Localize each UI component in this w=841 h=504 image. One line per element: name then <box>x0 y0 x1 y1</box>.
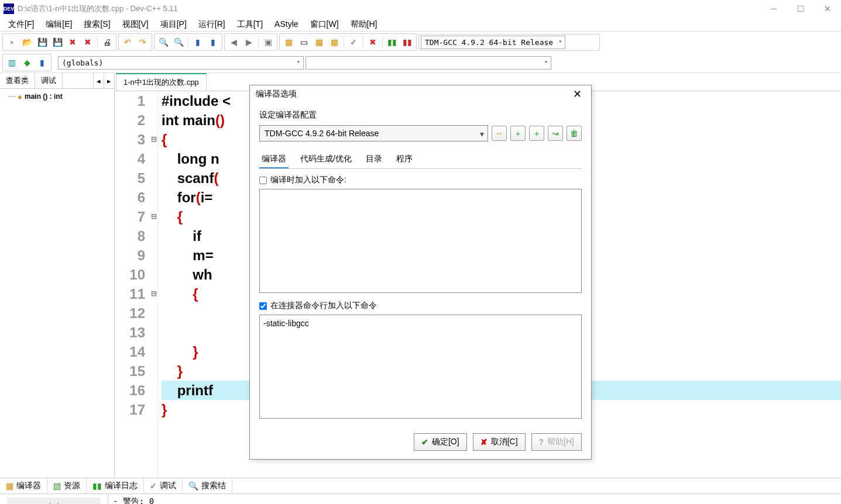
line-gutter: 1234567891011121314151617 <box>115 91 150 478</box>
menu-search[interactable]: 搜索[S] <box>78 18 116 31</box>
back-icon[interactable]: ◀ <box>226 35 241 49</box>
members-select[interactable] <box>305 56 551 70</box>
globals-select[interactable]: (globals) <box>58 56 304 70</box>
forward-icon[interactable]: ▶ <box>242 35 256 49</box>
profile-icon[interactable]: ▮▮ <box>385 35 399 49</box>
file-tab-active[interactable]: 1-n中1出现的次数.cpp <box>116 73 207 91</box>
bottom-tab-compiler[interactable]: ▦编译器 <box>0 478 47 493</box>
x-icon: ✘ <box>480 437 488 447</box>
redo-icon[interactable]: ↷ <box>136 35 150 49</box>
debug-icon[interactable]: ✓ <box>346 35 361 49</box>
toolbar-main: ▫ 📂 💾 💾 ✖ ✖ 🖨 ↶ ↷ 🔍 🔍 ▮ ▮ ◀ ▶ ▣ ▦ ▭ ▦ ▦ … <box>0 32 841 53</box>
menu-help[interactable]: 帮助[H] <box>345 18 383 31</box>
bottom-panel: ▦编译器 ▧资源 ▮▮编译日志 ✓调试 🔍搜索结 中止 - 警告: 0 - 输出… <box>0 478 841 504</box>
menu-file[interactable]: 文件[F] <box>2 18 40 31</box>
compile-icon[interactable]: ▦ <box>282 35 296 49</box>
compiler-options-dialog: 编译器选项 ✕ 设定编译器配置 TDM-GCC 4.9.2 64-bit Rel… <box>249 85 592 460</box>
close-file-icon[interactable]: ✖ <box>66 35 80 49</box>
tree-item-label: main () : int <box>25 92 63 101</box>
left-tabs: 查看类 调试 ◂ ▸ <box>0 73 114 89</box>
rename-config-icon[interactable]: ↔ <box>492 126 507 141</box>
linker-commands-label: 在连接器命令行加入以下命令 <box>270 301 377 311</box>
tab-scroll-right-icon[interactable]: ▸ <box>104 73 114 88</box>
compiler-select[interactable]: TDM-GCC 4.9.2 64-bit Release <box>421 36 565 49</box>
toggle-icon[interactable]: ▮ <box>35 56 49 70</box>
toolbar-secondary: ▥ ◆ ▮ (globals) <box>0 53 841 73</box>
compile-commands-checkbox[interactable] <box>259 177 267 184</box>
linker-commands-textarea[interactable] <box>259 315 582 419</box>
dialog-tab-programs[interactable]: 程序 <box>394 151 415 168</box>
save-all-icon[interactable]: 💾 <box>50 35 64 49</box>
bottom-tab-search[interactable]: 🔍搜索结 <box>183 478 232 493</box>
delete-config-icon[interactable]: 🗑 <box>567 126 582 141</box>
close-button[interactable]: ✕ <box>814 0 841 18</box>
bookmark-icon[interactable]: ▣ <box>261 35 275 49</box>
dialog-ok-button[interactable]: ✔确定[O] <box>414 433 467 451</box>
search-icon: 🔍 <box>188 482 198 490</box>
titlebar: DEV D:\c语言\1-n中1出现的次数.cpp - Dev-C++ 5.11… <box>0 0 841 18</box>
maximize-button[interactable]: ☐ <box>787 0 814 18</box>
rebuild-icon[interactable]: ▦ <box>327 35 341 49</box>
linker-commands-check-row: 在连接器命令行加入以下命令 <box>259 301 582 311</box>
app-icon: DEV <box>4 4 14 14</box>
bars-icon: ▮▮ <box>92 482 102 490</box>
menu-tools[interactable]: 工具[T] <box>231 18 269 31</box>
dialog-tab-directories[interactable]: 目录 <box>363 151 385 168</box>
new-class-icon[interactable]: ▥ <box>5 56 19 70</box>
tree-item-main[interactable]: ⋯ ◆ main () : int <box>2 91 112 102</box>
class-tree: ⋯ ◆ main () : int <box>0 89 114 104</box>
bottom-tab-debug[interactable]: ✓调试 <box>144 478 183 493</box>
new-file-icon[interactable]: ▫ <box>5 35 19 49</box>
remove-profile-icon[interactable]: ▮▮ <box>400 35 414 49</box>
dialog-cancel-button[interactable]: ✘取消[C] <box>473 433 526 451</box>
find-icon[interactable]: 🔍 <box>156 35 170 49</box>
add-config-icon[interactable]: ＋ <box>510 126 526 141</box>
undo-icon[interactable]: ↶ <box>121 35 135 49</box>
bottom-left-controls: 中止 <box>0 494 108 504</box>
function-icon: ◆ <box>18 94 22 100</box>
save-icon[interactable]: 💾 <box>35 35 49 49</box>
dialog-help-button[interactable]: ?帮助[H] <box>531 433 582 451</box>
left-panel: 查看类 调试 ◂ ▸ ⋯ ◆ main () : int <box>0 73 115 478</box>
compile-run-icon[interactable]: ▦ <box>312 35 326 49</box>
replace-icon[interactable]: 🔍 <box>171 35 186 49</box>
goto-line-icon[interactable]: ▮ <box>206 35 220 49</box>
find-next-icon[interactable]: ▮ <box>191 35 205 49</box>
compile-commands-label: 编译时加入以下命令: <box>270 175 346 185</box>
tab-debug[interactable]: 调试 <box>35 73 63 88</box>
minimize-button[interactable]: ─ <box>760 0 787 18</box>
linker-commands-checkbox[interactable] <box>259 302 267 310</box>
find-compilers-icon[interactable]: ↝ <box>548 126 563 141</box>
menu-run[interactable]: 运行[R] <box>193 18 231 31</box>
dialog-tab-codegen[interactable]: 代码生成/优化 <box>298 151 354 168</box>
stack-icon: ▧ <box>53 482 61 490</box>
stop-icon[interactable]: ✖ <box>366 35 380 49</box>
menu-project[interactable]: 项目[P] <box>155 18 193 31</box>
window-title: D:\c语言\1-n中1出现的次数.cpp - Dev-C++ 5.11 <box>18 4 178 14</box>
compile-commands-check-row: 编译时加入以下命令: <box>259 175 582 185</box>
insert-icon[interactable]: ◆ <box>20 56 34 70</box>
grid-icon: ▦ <box>6 482 13 490</box>
bottom-tab-compile-log[interactable]: ▮▮编译日志 <box>87 478 144 493</box>
question-icon: ? <box>539 437 544 447</box>
abort-button[interactable]: 中止 <box>7 498 101 504</box>
tab-class-view[interactable]: 查看类 <box>0 73 35 88</box>
fold-column[interactable]: ⊟⊟⊟ <box>150 91 158 478</box>
bottom-tab-resources[interactable]: ▧资源 <box>47 478 87 493</box>
dialog-tab-compiler[interactable]: 编译器 <box>259 151 289 168</box>
menu-view[interactable]: 视图[V] <box>116 18 155 31</box>
close-all-icon[interactable]: ✖ <box>81 35 95 49</box>
menu-edit[interactable]: 编辑[E] <box>40 18 78 31</box>
compile-log[interactable]: - 警告: 0 - 输出文件名: D:\c语言\1-n中1出现的次数.exe -… <box>108 494 841 504</box>
copy-config-icon[interactable]: ＋ <box>529 126 544 141</box>
compiler-config-select[interactable]: TDM-GCC 4.9.2 64-bit Release <box>259 125 488 141</box>
print-icon[interactable]: 🖨 <box>100 35 114 49</box>
compile-commands-textarea[interactable] <box>259 189 582 293</box>
dialog-close-button[interactable]: ✕ <box>569 88 585 101</box>
check-icon: ✔ <box>421 437 428 447</box>
open-file-icon[interactable]: 📂 <box>20 35 34 49</box>
menu-window[interactable]: 窗口[W] <box>304 18 345 31</box>
run-icon[interactable]: ▭ <box>297 35 311 49</box>
tab-scroll-left-icon[interactable]: ◂ <box>93 73 104 88</box>
menu-astyle[interactable]: AStyle <box>269 18 304 31</box>
